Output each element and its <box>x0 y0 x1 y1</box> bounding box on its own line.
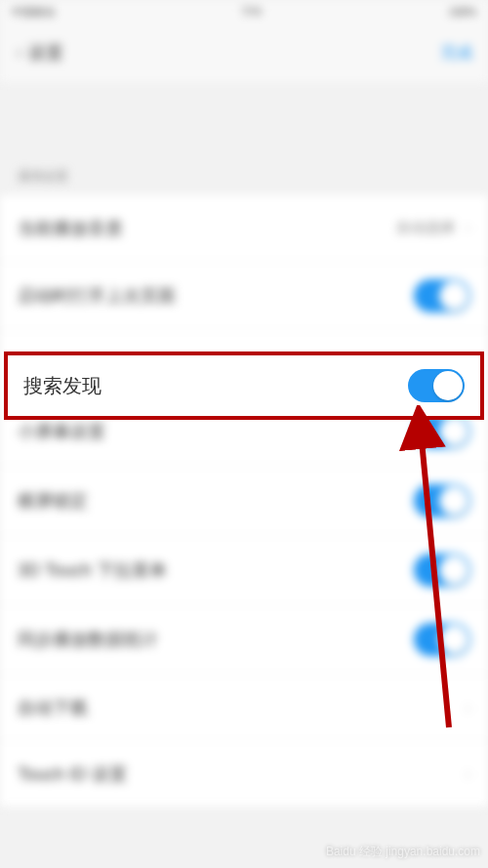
watermark: Baidu 经验 jingyan.baidu.com <box>326 844 480 860</box>
setting-row-quality[interactable]: 当前播放音质 自动选择 › <box>0 195 488 262</box>
chevron-left-icon: ‹ <box>16 40 22 65</box>
toggle-knob <box>439 486 468 516</box>
chevron-right-icon: › <box>466 765 470 783</box>
nav-done-button[interactable]: 完成 <box>441 43 472 63</box>
toggle-switch[interactable] <box>414 554 470 587</box>
setting-label: 小屏幕设置 <box>18 420 105 443</box>
toggle-switch[interactable] <box>414 279 470 312</box>
setting-label: 3D Touch 下拉菜单 <box>18 558 167 582</box>
toggle-switch[interactable] <box>414 415 470 448</box>
section-header: 通用设置 <box>0 141 488 195</box>
setting-label: 启动时打开上次页面 <box>18 284 176 308</box>
toggle-knob <box>439 417 468 446</box>
time-text: 下午 <box>241 5 263 20</box>
setting-row-landscape[interactable]: 横屏锁定 <box>0 467 488 536</box>
toggle-knob <box>439 556 468 585</box>
toggle-switch[interactable] <box>414 484 470 517</box>
setting-row-startup[interactable]: 启动时打开上次页面 <box>0 262 488 331</box>
chevron-right-icon: › <box>466 219 470 235</box>
nav-title: 设置 <box>28 41 63 64</box>
status-bar: 中国移动 下午 100% <box>0 0 488 23</box>
setting-label: 当前播放音质 <box>18 217 123 240</box>
toggle-knob <box>439 625 468 654</box>
battery-text: 100% <box>449 6 476 18</box>
setting-row-autodownload[interactable]: 自动下载 › <box>0 675 488 741</box>
navigation-bar: ‹ 设置 完成 <box>0 23 488 82</box>
setting-row-search-discovery[interactable]: 搜索发现 <box>4 351 484 420</box>
toggle-knob <box>439 281 468 310</box>
chevron-right-icon: › <box>466 699 470 717</box>
setting-label: 搜索发现 <box>23 373 102 399</box>
setting-label: Touch ID 设置 <box>18 763 127 786</box>
setting-row-3dtouch[interactable]: 3D Touch 下拉菜单 <box>0 536 488 605</box>
toggle-switch[interactable] <box>414 623 470 656</box>
setting-label: 横屏锁定 <box>18 489 88 513</box>
setting-label: 同步播放数据统计 <box>18 628 158 651</box>
setting-row-sync[interactable]: 同步播放数据统计 <box>0 605 488 675</box>
setting-label: 自动下载 <box>18 696 88 720</box>
setting-row-touchid[interactable]: Touch ID 设置 › <box>0 741 488 807</box>
setting-detail: 自动选择 › <box>396 219 470 237</box>
back-button[interactable]: ‹ 设置 <box>16 40 63 65</box>
toggle-knob <box>433 371 463 400</box>
carrier-text: 中国移动 <box>12 5 55 20</box>
settings-list: 当前播放音质 自动选择 › 启动时打开上次页面 小屏幕设置 横屏锁定 <box>0 195 488 807</box>
toggle-search-discovery[interactable] <box>408 369 465 402</box>
